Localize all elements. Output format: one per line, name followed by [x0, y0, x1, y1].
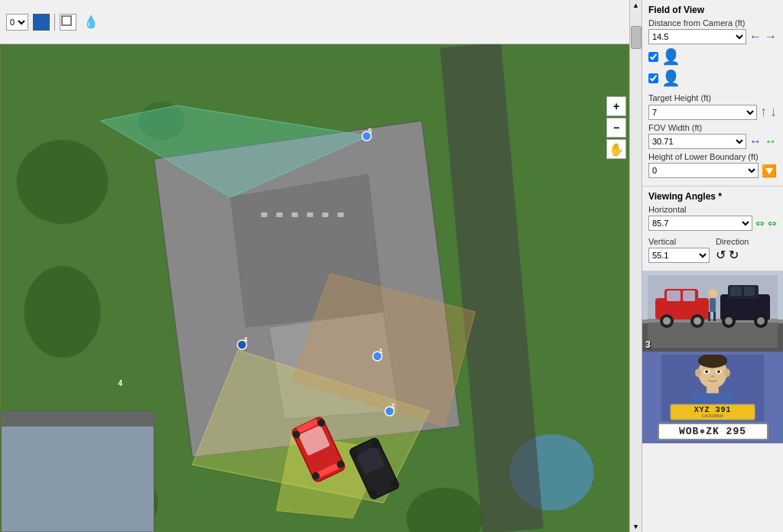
svg-point-77	[724, 368, 730, 377]
horizontal-label: Horizontal	[648, 205, 777, 214]
figure-icon-1: 👤	[661, 47, 681, 66]
camera-preview-3: 3	[642, 271, 783, 352]
svg-rect-12	[262, 212, 268, 217]
vertical-row: 55.1	[648, 248, 710, 263]
svg-rect-64	[744, 287, 755, 296]
car-scene: 3	[642, 271, 783, 352]
svg-point-2	[17, 140, 109, 224]
horizontal-icon-2[interactable]: ⇔	[768, 217, 777, 229]
scroll-up-button[interactable]: ▲	[631, 0, 641, 11]
right-panel: Field of View Distance from Camera (ft) …	[642, 0, 783, 532]
figure-checkbox-2[interactable]	[648, 73, 658, 83]
lower-boundary-select[interactable]: 0	[648, 163, 759, 178]
svg-point-69	[708, 289, 717, 298]
vertical-label: Vertical	[648, 237, 710, 246]
map-scrollbar[interactable]: ▲ ▼	[629, 0, 642, 532]
svg-text:1: 1	[379, 347, 383, 355]
fov-section: Field of View Distance from Camera (ft) …	[642, 0, 783, 187]
fov-width-row: 30.71 ↔ ↔	[648, 134, 777, 149]
height-down-arrow[interactable]: ↓	[770, 104, 777, 120]
direction-label: Direction	[716, 237, 777, 246]
svg-rect-14	[292, 212, 298, 217]
svg-rect-15	[307, 212, 314, 217]
height-up-arrow[interactable]: ↑	[760, 104, 767, 120]
scroll-down-button[interactable]: ▼	[631, 521, 641, 532]
svg-text:XYZ 391: XYZ 391	[694, 405, 732, 414]
svg-point-60	[694, 317, 701, 325]
plate-2-text: WOB●ZK 295	[679, 426, 746, 437]
zoom-select[interactable]: 0	[6, 14, 28, 31]
svg-rect-84	[691, 394, 733, 403]
distance-select[interactable]: 14.5	[648, 29, 746, 44]
pan-button[interactable]: ✋	[606, 139, 626, 159]
face-plate-scene: XYZ 391 CALIFORNIA WOB●ZK 295	[642, 352, 783, 443]
camera-label-3: 3	[645, 339, 651, 350]
target-height-select[interactable]: 7	[648, 105, 757, 120]
lower-boundary-row: 0 🔽	[648, 163, 777, 178]
svg-rect-16	[323, 212, 329, 217]
svg-point-81	[717, 370, 720, 373]
svg-rect-0	[62, 16, 71, 25]
rotate-ccw-button[interactable]: ↺	[716, 248, 726, 262]
svg-text:4: 4	[119, 379, 123, 388]
aerial-map: 5 1 2 4 3	[0, 44, 629, 532]
rotate-cw-button[interactable]: ↻	[729, 248, 739, 262]
svg-point-82	[711, 375, 715, 378]
car-preview-svg	[648, 275, 778, 348]
distance-decrease-arrow[interactable]: ←	[749, 30, 762, 44]
figure-options: 👤 👤	[648, 47, 777, 89]
zoom-out-button[interactable]: −	[606, 118, 626, 138]
vertical-select[interactable]: 55.1	[648, 248, 710, 263]
svg-rect-56	[683, 290, 695, 301]
svg-text:2: 2	[392, 402, 395, 410]
direction-col: Direction ↺ ↻	[716, 234, 777, 266]
viewing-angles-section: Viewing Angles * Horizontal 85.7 ⇔ ⇔ Ver…	[642, 187, 783, 271]
lower-boundary-label: Height of Lower Boundary (ft)	[648, 152, 777, 161]
horizontal-row: 85.7 ⇔ ⇔	[648, 216, 777, 231]
zoom-in-button[interactable]: +	[606, 96, 626, 116]
distance-label: Distance from Camera (ft)	[648, 18, 777, 28]
figure-checkbox-1[interactable]	[648, 52, 658, 62]
svg-rect-71	[708, 312, 710, 321]
figure-row-2: 👤	[648, 69, 777, 87]
map-canvas[interactable]: 5 1 2 4 3	[0, 44, 629, 532]
svg-rect-72	[713, 312, 716, 321]
shape-tool[interactable]	[60, 14, 76, 31]
svg-rect-33	[2, 411, 154, 532]
horizontal-icon-1[interactable]: ⇔	[755, 217, 765, 229]
distance-row: 14.5 ← →	[648, 29, 777, 44]
horizontal-select[interactable]: 85.7	[648, 216, 752, 231]
fov-width-increase-arrow[interactable]: ↔	[765, 135, 777, 148]
svg-rect-17	[338, 212, 344, 217]
svg-rect-34	[2, 411, 154, 427]
svg-text:CALIFORNIA: CALIFORNIA	[702, 414, 724, 418]
scrollbar-thumb[interactable]	[631, 26, 642, 49]
app: 0 💧	[0, 0, 783, 532]
svg-point-80	[705, 370, 708, 373]
license-plate-2: WOB●ZK 295	[658, 423, 768, 440]
viewing-angles-title: Viewing Angles *	[648, 191, 777, 202]
fov-width-label: FOV Width (ft)	[648, 123, 777, 132]
fov-title: Field of View	[648, 5, 777, 15]
toolbar: 0 💧	[0, 0, 629, 44]
map-area: 0 💧	[0, 0, 629, 532]
fov-width-decrease-arrow[interactable]: ↔	[749, 135, 762, 148]
distance-increase-arrow[interactable]: →	[765, 30, 777, 44]
direction-row: ↺ ↻	[716, 248, 777, 262]
svg-text:4: 4	[244, 336, 248, 343]
svg-point-68	[757, 317, 765, 325]
figure-icon-2: 👤	[661, 69, 681, 87]
svg-rect-70	[710, 298, 716, 312]
water-icon[interactable]: 💧	[81, 12, 101, 32]
fov-width-select[interactable]: 30.71	[648, 134, 746, 149]
face-plate-svg: XYZ 391 CALIFORNIA	[648, 355, 778, 421]
vertical-col: Vertical 55.1	[648, 234, 710, 266]
svg-point-3	[24, 266, 101, 358]
figure-row-1: 👤	[648, 47, 777, 66]
target-height-row: 7 ↑ ↓	[648, 104, 777, 120]
svg-point-76	[695, 368, 701, 377]
color-picker[interactable]	[33, 14, 50, 31]
svg-rect-55	[667, 290, 681, 301]
svg-rect-63	[730, 287, 742, 296]
map-controls: + − ✋	[606, 96, 626, 159]
